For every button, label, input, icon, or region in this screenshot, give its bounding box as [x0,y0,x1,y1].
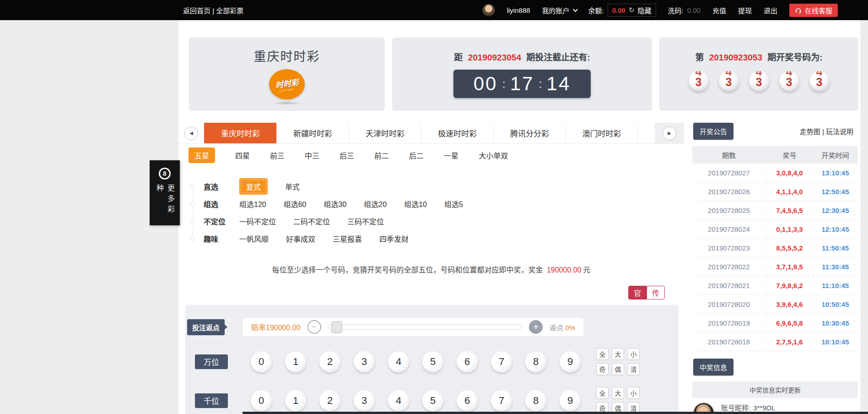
official-mode-button[interactable]: 官 [628,286,647,300]
bet-options: 一帆风顺好事成双三星报喜四季发财 [239,233,409,244]
play-subtab[interactable]: 前三 [270,150,285,161]
rebate-slider-handle[interactable] [331,321,342,333]
result-ball: 4 3 [779,71,799,91]
number-ball[interactable]: 3 [354,390,375,411]
play-subtab[interactable]: 四星 [235,150,250,161]
bet-option[interactable]: 一码不定位 [239,216,276,227]
number-ball[interactable]: 8 [525,390,546,411]
play-subtab[interactable]: 一星 [444,150,458,161]
quick-select-button[interactable]: 偶 [612,363,624,375]
refresh-icon[interactable]: ↻ [629,6,635,14]
play-subtab[interactable]: 后三 [340,150,354,161]
bet-option[interactable]: 组选120 [239,198,266,209]
rebate-decrease-button[interactable]: − [307,320,321,334]
tabs-scroll-right-button[interactable]: ▶ [663,126,676,140]
withdraw-link[interactable]: 提现 [738,5,752,15]
result-ball: 4 3 [809,71,830,91]
quick-select-button[interactable]: 全 [596,348,609,360]
tabs-scroll-left-button[interactable]: ◀ [184,126,198,140]
rebate-slider-row: 投注返点 赔率190000.00 − + 返点0% [185,318,679,336]
play-subtab[interactable]: 中三 [305,150,319,161]
result-time: 12:30:45 [814,207,857,214]
quick-select-button[interactable]: 大 [612,387,624,399]
number-ball[interactable]: 3 [354,351,375,372]
number-ball[interactable]: 0 [251,351,272,372]
quick-select-button[interactable]: 小 [627,387,640,399]
play-subtab[interactable]: 大小单双 [479,150,508,161]
rebate-increase-button[interactable]: + [529,320,543,334]
bet-option[interactable]: 组选60 [284,198,307,209]
my-account-menu[interactable]: 我的账户 [542,5,577,15]
result-time: 12:10:45 [814,225,857,233]
user-avatar[interactable] [482,4,495,16]
number-ball[interactable]: 5 [422,351,443,372]
lottery-logo: 时时彩 LOTTERY [269,69,305,99]
number-ball[interactable]: 8 [525,351,546,372]
washcode-label: 洗码: [668,5,684,15]
number-ball[interactable]: 2 [319,351,340,372]
more-lotteries-tab[interactable]: 8 更多彩种 [150,160,180,225]
quick-select-button[interactable]: 清 [627,363,640,375]
hide-balance-button[interactable]: 隐藏 [638,5,652,15]
number-ball[interactable]: 9 [560,390,581,411]
result-prefix: 第 [695,53,704,62]
bet-option[interactable]: 一帆风顺 [239,233,269,244]
bet-option[interactable]: 组选10 [404,198,427,209]
bet-option[interactable]: 组选30 [324,198,347,209]
lottery-tab[interactable]: 腾讯分分彩 [493,123,566,143]
bet-option[interactable]: 四季发财 [379,233,409,244]
lottery-tab[interactable]: 天津时时彩 [349,123,421,143]
play-subtab[interactable]: 后二 [409,150,424,161]
number-ball[interactable]: 6 [457,390,478,411]
tabstrip-filler [638,123,655,143]
col-header-time: 开奖时间 [814,150,857,160]
online-service-button[interactable]: 在线客服 [789,4,838,17]
traditional-mode-button[interactable]: 传 [647,286,665,300]
result-issue: 20190728026 [692,188,766,196]
result-numbers: 2,7,5,1,6 [766,332,814,351]
bet-option[interactable]: 复式 [239,178,268,195]
bet-option[interactable]: 三星报喜 [333,233,362,244]
balance-box[interactable]: 0.00 ↻ 隐藏 [608,4,656,17]
rebate-slider-track[interactable] [328,324,523,330]
announcement-button[interactable]: 开奖公告 [693,123,733,140]
bet-option[interactable]: 组选20 [364,198,387,209]
trend-help-links[interactable]: 走势图 | 玩法说明 [800,126,853,136]
number-ball[interactable]: 7 [491,390,512,411]
number-ball[interactable]: 4 [388,390,409,411]
lottery-tab[interactable]: 澳门时时彩 [566,123,638,143]
number-ball[interactable]: 7 [491,351,512,372]
quick-select-button[interactable]: 奇 [596,363,609,375]
number-selection-panel: 投注返点 赔率190000.00 − + 返点0% 万位 [185,305,679,414]
recharge-link[interactable]: 充值 [712,5,726,15]
number-ball[interactable]: 9 [560,351,581,372]
bet-option[interactable]: 三码不定位 [347,216,384,227]
result-time: 11:50:45 [814,244,857,252]
play-subtab[interactable]: 前二 [374,150,389,161]
countdown-suffix: 期投注截止还有: [526,53,590,62]
result-time: 10:10:45 [814,338,857,346]
number-ball[interactable]: 4 [388,351,409,372]
bet-option[interactable]: 二码不定位 [293,216,330,227]
number-ball[interactable]: 1 [285,390,306,411]
prize-unit: 元 [583,266,591,274]
quick-select-button[interactable]: 全 [596,387,609,399]
quick-select-button[interactable]: 大 [612,348,624,360]
bet-option[interactable]: 组选5 [444,198,463,209]
number-ball[interactable]: 1 [285,351,306,372]
lottery-tab[interactable]: 极速时时彩 [421,123,493,143]
quick-select-button[interactable]: 小 [627,348,640,360]
lottery-tab[interactable]: 新疆时时彩 [276,123,349,143]
number-ball[interactable]: 0 [251,390,272,411]
logout-link[interactable]: 退出 [764,5,777,15]
play-subtab[interactable]: 五星 [189,147,215,163]
number-ball[interactable]: 5 [422,390,443,411]
number-ball[interactable]: 2 [319,390,340,411]
winning-info-button[interactable]: 中奖信息 [693,359,733,376]
number-ball[interactable]: 6 [457,351,478,372]
bet-option[interactable]: 单式 [285,181,300,192]
home-all-lottery-link[interactable]: 返回首页 | 全部彩票 [183,7,243,15]
result-ball: 4 3 [689,71,709,91]
bet-option[interactable]: 好事成双 [286,233,315,244]
lottery-tab[interactable]: 重庆时时彩 [204,123,276,143]
